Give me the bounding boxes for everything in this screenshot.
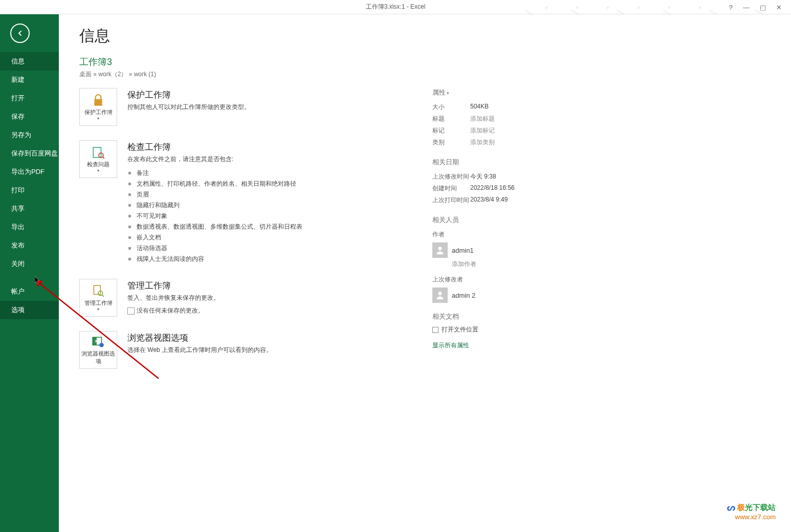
protect-title: 保护工作簿	[127, 89, 371, 101]
author-label: 作者	[432, 230, 470, 239]
svg-point-10	[438, 247, 442, 250]
prop-modified-value: 今天 9:38	[470, 172, 496, 181]
prop-title-value[interactable]: 添加标题	[470, 115, 495, 123]
properties-column: 属性 大小504KB 标题添加标题 标记添加标记 类别添加类别 相关日期 上次修…	[432, 88, 596, 383]
manage-none: 没有任何未保存的更改。	[127, 306, 371, 315]
browser-button-label: 浏览器视图选项	[80, 350, 117, 365]
svg-text:X: X	[94, 338, 98, 344]
author-person[interactable]: admin1	[432, 242, 596, 258]
close-button[interactable]: ✕	[776, 4, 782, 11]
protect-desc: 控制其他人可以对此工作簿所做的更改类型。	[127, 103, 371, 112]
workbook-path: 桌面 » work（2） » work (1)	[79, 70, 791, 79]
modifier-label: 上次修改者	[432, 275, 470, 284]
lock-icon	[91, 93, 105, 107]
inspect-workbook-button[interactable]: 检查问题	[79, 140, 117, 178]
prop-tag-value[interactable]: 添加标记	[470, 126, 495, 135]
workbook-name: 工作簿3	[79, 56, 791, 68]
prop-cat-label: 类别	[432, 138, 470, 147]
svg-rect-0	[93, 147, 101, 158]
dates-header: 相关日期	[432, 158, 596, 167]
open-file-location[interactable]: 打开文件位置	[432, 325, 596, 334]
inspect-title: 检查工作簿	[127, 141, 371, 153]
inspect-bullet: 页眉	[127, 189, 371, 200]
manage-desc: 签入、签出并恢复未保存的更改。	[127, 294, 371, 302]
prop-printed-value: 2023/8/4 9:49	[470, 196, 508, 205]
sidebar-item-info[interactable]: 信息	[0, 52, 59, 71]
page-title: 信息	[79, 26, 791, 47]
inspect-bullet: 文档属性、打印机路径、作者的姓名、相关日期和绝对路径	[127, 179, 371, 189]
add-author[interactable]: 添加作者	[452, 260, 596, 269]
document-search-icon	[91, 284, 105, 298]
protect-button-label: 保护工作簿	[84, 108, 113, 116]
sidebar-item-save[interactable]: 保存	[0, 107, 59, 126]
sidebar-item-close[interactable]: 关闭	[0, 255, 59, 273]
prop-printed-label: 上次打印时间	[432, 196, 470, 205]
inspect-bullet: 隐藏行和隐藏列	[127, 200, 371, 211]
inspect-bullet: 数据透视表、数据透视图、多维数据集公式、切片器和日程表	[127, 221, 371, 232]
prop-created-value: 2022/8/18 16:56	[470, 184, 515, 193]
section-protect: 保护工作簿 保护工作簿 控制其他人可以对此工作簿所做的更改类型。	[79, 88, 371, 126]
svg-line-2	[103, 157, 104, 159]
magnify-checklist-icon	[91, 145, 105, 160]
folder-icon	[432, 327, 438, 333]
author-name: admin1	[452, 247, 474, 254]
inspect-bullet: 活动筛选器	[127, 243, 371, 254]
prop-tag-label: 标记	[432, 126, 470, 135]
sidebar-item-options[interactable]: 选项	[0, 301, 59, 319]
modifier-name: admin 2	[452, 292, 475, 299]
person-icon	[435, 245, 445, 255]
open-file-location-label: 打开文件位置	[442, 325, 478, 334]
section-manage: 管理工作簿 管理工作簿 签入、签出并恢复未保存的更改。 没有任何未保存的更改。	[79, 279, 371, 317]
browser-view-button[interactable]: X 浏览器视图选项	[79, 331, 117, 369]
sidebar-item-saveas[interactable]: 另存为	[0, 126, 59, 144]
docs-header: 相关文档	[432, 312, 596, 321]
inspect-bullet: 嵌入文档	[127, 232, 371, 243]
properties-header[interactable]: 属性	[432, 88, 596, 97]
svg-point-11	[438, 292, 442, 295]
inspect-bullet: 残障人士无法阅读的内容	[127, 254, 371, 264]
sidebar-item-publish[interactable]: 发布	[0, 236, 59, 255]
sidebar-item-share[interactable]: 共享	[0, 199, 59, 218]
manage-button-label: 管理工作簿	[84, 299, 113, 307]
prop-size-value: 504KB	[470, 103, 489, 112]
back-button[interactable]	[10, 24, 30, 43]
sidebar-item-exportpdf[interactable]: 导出为PDF	[0, 163, 59, 181]
sidebar-item-new[interactable]: 新建	[0, 71, 59, 89]
help-button[interactable]: ?	[729, 4, 733, 11]
arrow-left-icon	[16, 29, 24, 37]
svg-line-5	[102, 295, 104, 297]
maximize-button[interactable]: ▢	[760, 4, 766, 11]
sidebar-item-export[interactable]: 导出	[0, 218, 59, 236]
window-controls: ? — ▢ ✕	[729, 0, 791, 14]
protect-workbook-button[interactable]: 保护工作簿	[79, 88, 117, 126]
minimize-button[interactable]: —	[743, 4, 750, 11]
svg-point-9	[99, 343, 104, 347]
modifier-person[interactable]: admin 2	[432, 287, 596, 303]
sidebar-item-open[interactable]: 打开	[0, 89, 59, 107]
spreadsheet-web-icon: X	[91, 335, 105, 349]
content-pane: 信息 工作簿3 桌面 » work（2） » work (1) 保护工作簿 保护…	[59, 14, 791, 532]
prop-cat-value[interactable]: 添加类别	[470, 138, 495, 147]
inspect-button-label: 检查问题	[87, 161, 109, 168]
prop-created-label: 创建时间	[432, 184, 470, 193]
browser-title: 浏览器视图选项	[127, 332, 371, 344]
inspect-bullets: 备注 文档属性、打印机路径、作者的姓名、相关日期和绝对路径 页眉 隐藏行和隐藏列…	[127, 168, 371, 264]
section-inspect: 检查问题 检查工作簿 在发布此文件之前，请注意其是否包含: 备注 文档属性、打印…	[79, 140, 371, 264]
sidebar-item-baidu[interactable]: 保存到百度网盘	[0, 144, 59, 163]
avatar	[432, 242, 448, 258]
person-icon	[435, 290, 445, 300]
inspect-desc: 在发布此文件之前，请注意其是否包含:	[127, 155, 371, 164]
manage-workbook-button[interactable]: 管理工作簿	[79, 279, 117, 317]
backstage-sidebar: 信息 新建 打开 保存 另存为 保存到百度网盘 导出为PDF 打印 共享 导出 …	[0, 14, 59, 532]
sidebar-item-account[interactable]: 帐户	[0, 282, 59, 301]
window-title: 工作簿3.xlsx:1 - Excel	[366, 3, 426, 11]
prop-title-label: 标题	[432, 115, 470, 123]
sidebar-item-print[interactable]: 打印	[0, 181, 59, 199]
browser-desc: 选择在 Web 上查看此工作簿时用户可以看到的内容。	[127, 346, 371, 354]
people-header: 相关人员	[432, 215, 596, 225]
svg-rect-3	[94, 285, 100, 294]
show-all-props[interactable]: 显示所有属性	[432, 341, 596, 350]
titlebar: 工作簿3.xlsx:1 - Excel ? — ▢ ✕	[0, 0, 791, 14]
inspect-bullet: 备注	[127, 168, 371, 179]
manage-title: 管理工作簿	[127, 280, 371, 292]
